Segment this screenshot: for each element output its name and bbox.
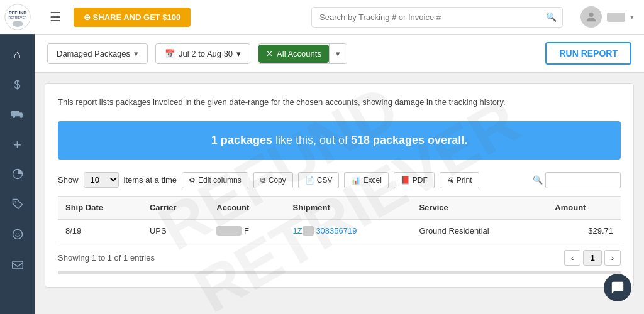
main-content: ☰ ⊕ SHARE AND GET $100 🔍 ▾ REFUNDRETRIEV… [35, 0, 644, 314]
search-input[interactable] [311, 7, 563, 28]
col-carrier: Carrier [142, 196, 209, 219]
date-range-label: Jul 2 to Aug 30 [179, 49, 233, 58]
sidebar-nav: ⌂ $ + [0, 40, 35, 281]
csv-icon: 📄 [305, 176, 314, 185]
sidebar: REFUND RETRIEVER ⌂ $ + [0, 0, 35, 314]
table-header-row: Ship Date Carrier Account Shipment Servi… [58, 196, 621, 219]
stats-total-count: 518 packages overall. [351, 134, 467, 146]
col-ship-date: Ship Date [58, 196, 142, 219]
plus-icon: + [13, 137, 21, 153]
print-icon: 🖨 [447, 176, 454, 185]
pagination-showing-text: Showing 1 to 1 of 1 entries [58, 253, 155, 263]
items-at-a-time-label: items at a time [124, 175, 177, 185]
sidebar-item-reports[interactable] [0, 160, 35, 190]
search-container: 🔍 [311, 7, 563, 28]
cell-shipment: 1Z 308356719 [286, 219, 412, 242]
hamburger-button[interactable]: ☰ [45, 7, 66, 27]
items-per-page-select[interactable]: 10 25 50 100 [84, 172, 119, 188]
show-label: Show [58, 175, 79, 185]
cell-service: Ground Residential [411, 219, 547, 242]
cell-account: F [209, 219, 285, 242]
shipment-link[interactable]: 1Z 308356719 [293, 226, 357, 236]
svg-point-3 [12, 21, 23, 27]
table-search-icon: 🔍 [533, 175, 543, 185]
stats-banner: 1 packages like this, out of 518 package… [58, 121, 621, 160]
accounts-button[interactable]: ✕ All Accounts [258, 45, 329, 63]
sidebar-item-tags[interactable] [0, 190, 35, 220]
pdf-button[interactable]: 📕 PDF [394, 172, 435, 188]
stats-text-middle: like this, out of [275, 134, 351, 146]
copy-label: Copy [269, 176, 286, 185]
excel-label: Excel [363, 176, 381, 185]
dollar-icon: $ [14, 78, 20, 92]
search-icon: 🔍 [546, 12, 557, 22]
svg-text:RETRIEVER: RETRIEVER [8, 16, 26, 19]
col-shipment: Shipment [286, 196, 412, 219]
date-range-dropdown[interactable]: 📅 Jul 2 to Aug 30 ▾ [155, 43, 250, 64]
col-amount: Amount [547, 196, 621, 219]
user-menu[interactable]: ▾ [580, 6, 634, 28]
excel-button[interactable]: 📊 Excel [344, 172, 388, 188]
sidebar-item-messages[interactable] [0, 251, 35, 281]
report-description: This report lists packages invoiced in t… [58, 96, 621, 109]
svg-point-8 [14, 201, 16, 202]
print-button[interactable]: 🖨 Print [440, 172, 479, 188]
svg-text:REFUND: REFUND [9, 11, 26, 15]
svg-rect-4 [11, 111, 19, 116]
accounts-label: All Accounts [277, 49, 321, 58]
print-label: Print [457, 176, 472, 185]
chat-icon [611, 281, 625, 295]
date-range-chevron-icon: ▾ [236, 49, 241, 58]
horizontal-scrollbar[interactable] [58, 271, 621, 274]
svg-point-10 [16, 232, 17, 234]
edit-columns-button[interactable]: ⚙ Edit columns [182, 172, 248, 188]
pagination-buttons: ‹ 1 › [564, 250, 621, 266]
svg-point-9 [13, 229, 22, 239]
report-content-box: This report lists packages invoiced in t… [45, 83, 634, 288]
table-search-input[interactable] [545, 172, 621, 188]
share-button[interactable]: ⊕ SHARE AND GET $100 [74, 8, 191, 27]
gear-icon: ⚙ [189, 176, 196, 185]
logo-icon: REFUND RETRIEVER [4, 4, 31, 30]
svg-rect-12 [12, 261, 23, 269]
chat-widget[interactable] [604, 274, 631, 301]
copy-icon: ⧉ [260, 176, 266, 185]
report-type-chevron-icon: ▾ [134, 49, 138, 58]
pagination-next-button[interactable]: › [604, 250, 621, 266]
accounts-chevron-button[interactable]: ▾ [329, 44, 347, 63]
pagination-page-1-button[interactable]: 1 [583, 250, 601, 266]
pdf-icon: 📕 [401, 176, 410, 185]
col-account: Account [209, 196, 285, 219]
sidebar-item-smile[interactable] [0, 220, 35, 251]
report-type-label: Damaged Packages [57, 49, 130, 58]
mail-icon [12, 259, 23, 273]
run-report-button[interactable]: RUN REPORT [545, 42, 631, 65]
smile-icon [12, 229, 23, 243]
report-type-dropdown[interactable]: Damaged Packages ▾ [47, 43, 148, 64]
svg-point-13 [589, 13, 593, 17]
user-name [607, 13, 625, 22]
csv-button[interactable]: 📄 CSV [298, 172, 340, 188]
copy-button[interactable]: ⧉ Copy [253, 172, 293, 188]
cell-amount: $29.71 [547, 219, 621, 242]
sidebar-item-shipments[interactable] [0, 100, 35, 130]
sidebar-item-dashboard[interactable]: ⌂ [0, 40, 35, 70]
edit-columns-label: Edit columns [198, 176, 242, 185]
logo[interactable]: REFUND RETRIEVER [0, 0, 35, 35]
svg-point-6 [19, 115, 22, 117]
table-controls: Show 10 25 50 100 items at a time ⚙ Edit… [58, 172, 621, 188]
cell-carrier: UPS [142, 219, 209, 242]
user-menu-chevron-icon: ▾ [630, 13, 634, 21]
sidebar-item-add[interactable]: + [0, 130, 35, 160]
pdf-label: PDF [413, 176, 428, 185]
pagination-prev-button[interactable]: ‹ [564, 250, 580, 266]
report-controls-bar: Damaged Packages ▾ 📅 Jul 2 to Aug 30 ▾ ✕… [35, 35, 644, 73]
chart-icon [12, 168, 23, 183]
calendar-icon: 📅 [165, 49, 175, 58]
sidebar-item-billing[interactable]: $ [0, 70, 35, 100]
stats-packages-count: 1 packages [211, 134, 272, 146]
table-row: 8/19 UPS F 1Z 308356719 Ground Residenti… [58, 219, 621, 242]
home-icon: ⌂ [14, 48, 21, 62]
excel-icon: 📊 [351, 176, 360, 185]
accounts-chevron-icon: ▾ [336, 49, 340, 58]
